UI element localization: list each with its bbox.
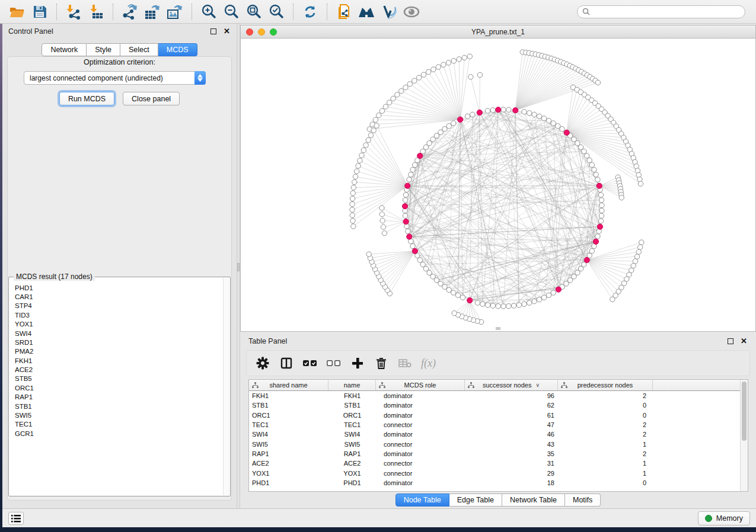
column-header-name[interactable]: name xyxy=(328,380,376,390)
mcds-result-item[interactable]: CAR1 xyxy=(10,292,222,301)
table-cell: 61 xyxy=(465,412,558,419)
table-cell: dominator xyxy=(376,392,465,399)
mcds-result-item[interactable]: SWI4 xyxy=(10,329,222,338)
table-cell: 0 xyxy=(558,402,653,409)
table-row[interactable]: ACE2ACE2connector311 xyxy=(249,459,740,468)
table-row[interactable]: YOX1YOX1connector291 xyxy=(249,468,740,477)
network-graph[interactable] xyxy=(241,39,755,331)
tab-network[interactable]: Network xyxy=(42,43,87,56)
zoom-out-icon[interactable] xyxy=(222,3,240,21)
mcds-result-item[interactable]: STB5 xyxy=(10,374,222,383)
mcds-result-item[interactable]: SRD1 xyxy=(10,338,222,347)
column-label: MCDS role xyxy=(404,382,436,389)
memory-button[interactable]: Memory xyxy=(698,511,750,525)
export-table-icon[interactable] xyxy=(143,3,161,21)
mcds-result-item[interactable]: STP4 xyxy=(10,302,222,310)
column-header-successor-nodes[interactable]: successor nodes ∨ xyxy=(465,380,558,390)
save-session-icon[interactable] xyxy=(31,3,49,21)
mcds-result-item[interactable]: ACE2 xyxy=(10,365,222,374)
hide-eye-icon[interactable] xyxy=(403,3,420,21)
unselect-all-columns-icon[interactable] xyxy=(326,355,342,371)
float-panel-icon[interactable] xyxy=(726,338,734,345)
toolbar-separator xyxy=(113,4,113,20)
table-row[interactable]: ORC1ORC1dominator610 xyxy=(249,411,740,420)
mcds-result-item[interactable]: STB1 xyxy=(10,402,222,411)
optimization-criterion-select[interactable]: largest connected component (undirected) xyxy=(24,71,206,85)
tab-motifs[interactable]: Motifs xyxy=(565,493,601,507)
search-box[interactable] xyxy=(577,5,745,18)
column-header-predecessor-nodes[interactable]: predecessor nodes xyxy=(558,380,653,390)
import-network-icon[interactable] xyxy=(65,3,82,21)
table-row[interactable]: SWI5SWI5connector431 xyxy=(249,439,740,448)
mcds-result-item[interactable]: TEC1 xyxy=(10,420,222,429)
column-header-shared-name[interactable]: shared name xyxy=(249,380,328,390)
new-network-from-selection-icon[interactable] xyxy=(335,3,353,21)
table-row[interactable]: PHD1PHD1dominator180 xyxy=(249,478,740,488)
column-label: name xyxy=(344,382,361,389)
mcds-result-box: MCDS result (17 nodes) PHD1CAR1STP4TID3Y… xyxy=(8,277,231,496)
tab-network-table[interactable]: Network Table xyxy=(502,493,565,507)
mcds-result-item[interactable]: SWI5 xyxy=(10,411,222,419)
open-session-icon[interactable] xyxy=(8,3,26,21)
table-cell: 35 xyxy=(465,450,558,457)
tab-edge-table[interactable]: Edge Table xyxy=(449,493,502,507)
vizmapper-icon[interactable] xyxy=(380,3,398,21)
table-cell: TEC1 xyxy=(249,421,328,428)
mcds-result-item[interactable]: FKH1 xyxy=(10,356,222,365)
import-table-icon[interactable] xyxy=(87,3,105,21)
show-column-panel-icon[interactable] xyxy=(279,355,294,371)
delete-column-trash-icon[interactable] xyxy=(374,355,389,371)
create-column-plus-icon[interactable] xyxy=(350,355,365,371)
horizontal-splitter-handle[interactable] xyxy=(496,327,500,330)
network-canvas[interactable] xyxy=(241,39,755,331)
close-panel-icon[interactable]: ✕ xyxy=(740,338,748,345)
zoom-fit-icon[interactable] xyxy=(245,3,263,21)
column-header-mcds-role[interactable]: MCDS role xyxy=(376,380,465,390)
table-row[interactable]: RAP1RAP1dominator352 xyxy=(249,449,740,459)
mcds-result-item[interactable]: GCR1 xyxy=(10,429,222,438)
float-panel-icon[interactable] xyxy=(209,28,217,36)
table-cell: PHD1 xyxy=(328,479,376,486)
mcds-result-item[interactable]: PMA2 xyxy=(10,347,222,356)
table-cell: 31 xyxy=(465,460,558,467)
search-binoculars-icon[interactable] xyxy=(358,3,375,21)
table-cell: dominator xyxy=(376,450,465,457)
attribute-icon xyxy=(379,382,385,389)
table-row[interactable]: SWI4SWI4dominator462 xyxy=(249,430,740,439)
mcds-result-item[interactable]: TID3 xyxy=(10,310,222,319)
select-all-columns-icon[interactable] xyxy=(302,355,318,371)
table-settings-gear-icon[interactable] xyxy=(255,355,270,371)
search-input[interactable] xyxy=(593,8,740,16)
mcds-result-item[interactable]: YOX1 xyxy=(10,320,222,329)
close-panel-icon[interactable]: ✕ xyxy=(223,28,231,36)
table-scrollbar-thumb[interactable] xyxy=(742,382,747,441)
zoom-selected-icon[interactable] xyxy=(267,3,285,21)
table-cell: 2 xyxy=(558,392,653,399)
network-window-title: YPA_prune.txt_1 xyxy=(241,28,755,36)
mcds-result-list[interactable]: PHD1CAR1STP4TID3YOX1SWI4SRD1PMA2FKH1ACE2… xyxy=(10,283,222,493)
table-row[interactable]: STB1STB1dominator620 xyxy=(249,400,740,410)
show-panel-list-button[interactable] xyxy=(8,512,24,525)
tab-node-table[interactable]: Node Table xyxy=(395,493,449,507)
tab-mcds[interactable]: MCDS xyxy=(158,43,197,56)
mcds-result-item[interactable]: RAP1 xyxy=(10,393,222,402)
tab-style[interactable]: Style xyxy=(87,43,120,56)
run-mcds-button[interactable]: Run MCDS xyxy=(59,92,114,105)
node-table-body[interactable]: FKH1FKH1dominator962STB1STB1dominator620… xyxy=(249,391,740,491)
table-row[interactable]: TEC1TEC1connector472 xyxy=(249,420,740,430)
mcds-result-item[interactable]: PHD1 xyxy=(10,283,222,292)
zoom-in-icon[interactable] xyxy=(200,3,218,21)
refresh-layout-icon[interactable] xyxy=(301,3,319,21)
toolbar-separator xyxy=(56,4,57,20)
table-cell: 46 xyxy=(465,431,558,438)
tab-select[interactable]: Select xyxy=(120,43,158,56)
export-image-icon[interactable] xyxy=(166,3,184,21)
table-row[interactable]: FKH1FKH1dominator962 xyxy=(249,391,740,400)
mcds-result-scrollbar[interactable] xyxy=(223,278,229,495)
column-label: predecessor nodes xyxy=(578,382,633,389)
table-scrollbar[interactable] xyxy=(740,380,748,491)
close-panel-button[interactable]: Close panel xyxy=(123,92,180,105)
mcds-result-item[interactable]: ORC1 xyxy=(10,383,222,392)
splitter-handle[interactable] xyxy=(237,263,240,271)
export-network-icon[interactable] xyxy=(121,3,139,21)
